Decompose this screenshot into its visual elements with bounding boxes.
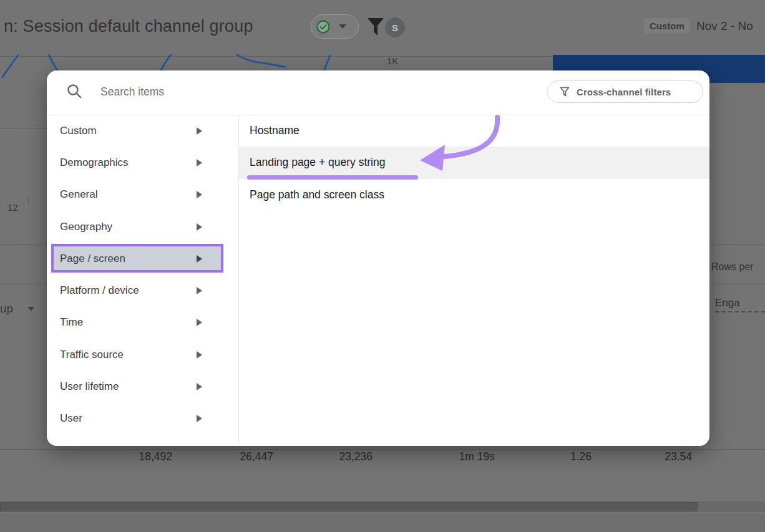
engagement-column-header: Enga <box>715 297 740 309</box>
menu-item-label: Custom <box>60 125 97 137</box>
menu-item-label: User lifetime <box>60 380 119 393</box>
chevron-right-icon <box>197 383 202 390</box>
menu-item-page-screen[interactable]: Page / screen <box>47 243 238 274</box>
chevron-right-icon <box>197 415 202 422</box>
menu-item-custom[interactable]: Custom <box>47 115 238 147</box>
dimension-item-label: Landing page + query string <box>250 156 385 169</box>
axis-tick <box>28 197 29 203</box>
date-range-type-label: Custom <box>644 18 690 34</box>
cross-channel-filters-button[interactable]: Cross-channel filters <box>547 80 703 103</box>
menu-item-user-lifetime[interactable]: User lifetime <box>47 370 238 402</box>
chevron-down-icon <box>27 307 35 311</box>
menu-item-general[interactable]: General <box>47 179 238 211</box>
menu-item-label: User <box>60 412 82 425</box>
menu-item-label: General <box>60 188 97 201</box>
search-icon <box>66 83 83 100</box>
cross-channel-filters-label: Cross-channel filters <box>577 87 671 97</box>
chevron-right-icon <box>197 223 202 231</box>
chevron-right-icon <box>197 319 202 326</box>
bg-divider <box>0 128 47 128</box>
dimension-item-label: Page path and screen class <box>250 188 384 201</box>
dashed-underline <box>715 311 765 312</box>
check-circle-icon <box>316 19 331 34</box>
axis-label: 12 <box>7 202 18 213</box>
dimension-picker-dialog: Cross-channel filters Custom Demographic… <box>47 70 709 446</box>
annotation-arrow-icon <box>399 106 512 181</box>
menu-item-geography[interactable]: Geography <box>47 211 238 243</box>
chevron-right-icon <box>197 191 202 198</box>
horizontal-scrollbar-thumb[interactable] <box>0 502 698 511</box>
menu-item-demographics[interactable]: Demographics <box>47 147 238 178</box>
annotation-underline <box>247 175 418 180</box>
menu-item-label: Geography <box>60 221 112 233</box>
table-cell-value: 18,492 <box>91 450 172 463</box>
menu-item-traffic-source[interactable]: Traffic source <box>47 339 238 370</box>
table-row-divider <box>0 449 765 450</box>
table-cell-value: 1.26 <box>510 450 592 463</box>
menu-item-label: Page / screen <box>60 253 125 265</box>
menu-item-label: Platform / device <box>60 284 139 297</box>
page-bottom-area <box>0 513 765 532</box>
table-cell-value: 1m 19s <box>414 450 495 463</box>
chevron-right-icon <box>197 255 202 263</box>
chevron-right-icon <box>197 127 202 135</box>
menu-item-platform-device[interactable]: Platform / device <box>47 275 238 307</box>
search-input[interactable] <box>100 80 450 103</box>
menu-item-label: Traffic source <box>60 349 124 361</box>
dimension-item-label: Hostname <box>250 124 300 137</box>
menu-item-time[interactable]: Time <box>47 307 238 339</box>
table-column-header-fragment: up <box>0 302 13 316</box>
table-cell-value: 23,236 <box>291 450 373 463</box>
dimension-item-page-path-screen-class[interactable]: Page path and screen class <box>239 179 709 211</box>
menu-item-label: Time <box>60 316 83 329</box>
chevron-right-icon <box>197 287 202 294</box>
chevron-down-icon[interactable] <box>339 24 346 29</box>
rows-per-page-label: Rows per <box>711 261 754 273</box>
filter-icon <box>560 87 570 97</box>
menu-item-user[interactable]: User <box>47 403 238 435</box>
chart-axis-value: 1K <box>387 56 398 66</box>
menu-item-label: Demographics <box>60 157 129 169</box>
chevron-right-icon <box>197 159 202 167</box>
table-cell-value: 26,447 <box>192 450 273 463</box>
table-cell-value: 23.54 <box>611 450 692 463</box>
report-title-fragment: n: Session default channel group <box>4 17 253 36</box>
chevron-right-icon <box>197 351 202 359</box>
date-range-value[interactable]: Nov 2 - No <box>696 19 753 33</box>
